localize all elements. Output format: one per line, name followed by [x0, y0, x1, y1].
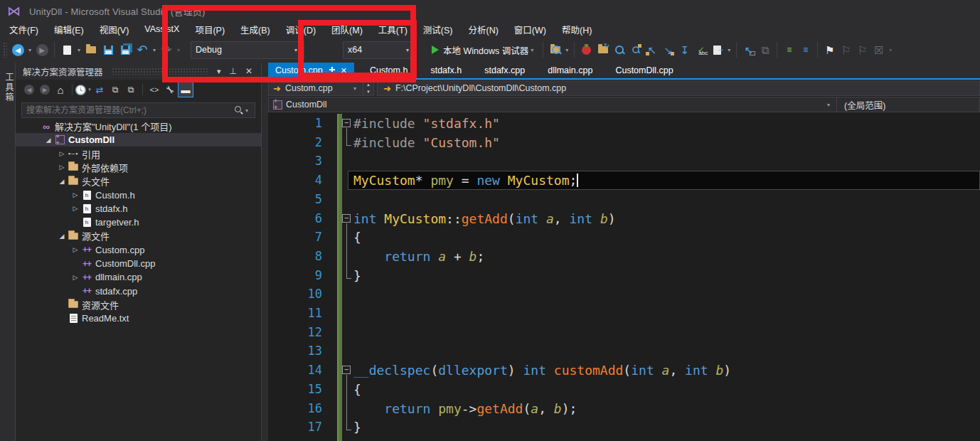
bookmark-dropdown[interactable]: ▾: [887, 47, 894, 53]
menu-item-1[interactable]: 编辑(E): [46, 21, 92, 38]
code-line-5[interactable]: 5: [268, 190, 980, 209]
vassist-dropdown[interactable]: ▾: [725, 47, 733, 53]
tree-item-头文件[interactable]: ◢头文件: [16, 174, 261, 188]
code-line-15[interactable]: 15{: [268, 380, 980, 399]
open-file-button[interactable]: [82, 41, 100, 58]
menu-item-8[interactable]: 工具(T): [371, 21, 415, 38]
new-file-button[interactable]: [58, 41, 75, 58]
solution-explorer-header[interactable]: 解决方案资源管理器 ▾ ⊥ ✕: [16, 63, 261, 80]
explorer-forward-icon[interactable]: ▶: [37, 82, 53, 97]
tree-expander-icon[interactable]: ◢: [43, 137, 53, 144]
menu-item-3[interactable]: VAssistX: [137, 22, 187, 36]
menu-item-6[interactable]: 调试(D): [278, 21, 324, 38]
menu-item-5[interactable]: 生成(B): [233, 21, 278, 38]
toolbar-grip[interactable]: [3, 42, 7, 58]
menu-item-0[interactable]: 文件(F): [1, 21, 46, 38]
tree-expander-icon[interactable]: ▷: [57, 164, 67, 171]
start-debugging-dropdown[interactable]: ▾: [528, 47, 536, 53]
pending-changes-filter-icon[interactable]: 🕓▾: [76, 82, 92, 97]
code-line-11[interactable]: 11: [268, 304, 980, 323]
tab-stdafx.h[interactable]: stdafx.h: [423, 63, 469, 78]
tree-item-targetver.h[interactable]: htargetver.h: [16, 216, 261, 229]
save-button[interactable]: [100, 41, 117, 58]
tree-expander-icon[interactable]: ▷: [70, 191, 80, 198]
tree-item-外部依赖项[interactable]: ▷外部依赖项: [16, 161, 261, 174]
global-scope-select[interactable]: (全局范围): [837, 97, 980, 112]
explorer-home-icon[interactable]: ⌂: [53, 82, 68, 97]
code-line-6[interactable]: 6−int MyCustom::getAdd(int a, int b): [268, 209, 980, 228]
menu-item-11[interactable]: 窗口(W): [506, 21, 554, 38]
fold-collapse-icon[interactable]: −: [342, 214, 351, 223]
navigate-back-dropdown[interactable]: ▾: [26, 47, 33, 53]
find-references-icon[interactable]: [628, 43, 643, 57]
tree-expander-icon[interactable]: ▷: [70, 274, 80, 281]
redo-dropdown[interactable]: ▾: [175, 47, 182, 53]
solution-platform-select[interactable]: x64▾: [343, 41, 416, 59]
start-debugging-button[interactable]: 本地 Windows 调试器 ▾: [432, 43, 536, 57]
code-line-14[interactable]: 14−__declspec(dllexport) int customAdd(i…: [268, 361, 980, 380]
navigate-back-button[interactable]: ◀: [9, 41, 26, 58]
copy-parallel-icon[interactable]: ⧉: [757, 43, 772, 57]
tab-Custom.h[interactable]: Custom.h: [363, 63, 415, 78]
search-icon[interactable]: [233, 105, 243, 115]
code-line-2[interactable]: 2#include "Custom.h": [268, 133, 980, 152]
panel-menu-dropdown[interactable]: ▾: [213, 67, 225, 76]
decrease-indent-icon[interactable]: ≡: [782, 43, 797, 57]
tree-item-源文件[interactable]: ◢源文件: [16, 229, 261, 243]
code-line-4[interactable]: 4MyCustom* pmy = new MyCustom;: [268, 171, 980, 190]
find-dropdown[interactable]: ▾: [563, 47, 570, 53]
tab-Custom.cpp[interactable]: Custom.cpp✕: [268, 63, 354, 78]
tree-item-stdafx.h[interactable]: ▷hstdafx.h: [16, 202, 261, 216]
nav-next-icon[interactable]: ↘: [661, 43, 676, 57]
tab-dllmain.cpp[interactable]: dllmain.cpp: [540, 63, 600, 78]
collapse-all-icon[interactable]: ⧉: [107, 82, 123, 97]
title-bar[interactable]: ⋈ UnityDll - Microsoft Visual Studio (管理…: [0, 0, 980, 21]
select-element-icon[interactable]: ↖: [741, 43, 756, 57]
panel-close-icon[interactable]: ✕: [241, 66, 257, 76]
vassistx-icon[interactable]: [579, 43, 594, 57]
find-symbol-icon[interactable]: [612, 43, 627, 57]
code-line-18[interactable]: 18: [268, 437, 980, 441]
project-scope-select[interactable]: + + CustomDll ▾: [268, 97, 837, 112]
next-bookmark-icon[interactable]: ⚐: [855, 43, 870, 57]
menu-item-2[interactable]: 视图(V): [92, 21, 137, 38]
bookmark-icon[interactable]: ⚑: [822, 43, 837, 57]
code-line-10[interactable]: 10: [268, 285, 980, 304]
toolbox-vertical-tab[interactable]: 工具箱: [3, 73, 15, 102]
menu-item-12[interactable]: 帮助(H): [554, 21, 600, 38]
switch-file-icon[interactable]: →: [710, 43, 725, 57]
explorer-back-icon[interactable]: ◀: [21, 82, 37, 97]
code-editor[interactable]: 1−#include "stdafx.h"2#include "Custom.h…: [268, 114, 980, 441]
code-line-1[interactable]: 1−#include "stdafx.h": [268, 114, 980, 133]
tree-item-资源文件[interactable]: 资源文件: [16, 298, 261, 312]
code-line-17[interactable]: 17}: [268, 418, 980, 437]
document-spinner[interactable]: ▲▼: [363, 80, 374, 96]
properties-copy-icon[interactable]: ⧉: [123, 82, 139, 97]
solution-explorer-search[interactable]: ▾: [21, 102, 255, 118]
code-line-13[interactable]: 13: [268, 341, 980, 361]
previous-bookmark-icon[interactable]: ⚐: [838, 43, 853, 57]
tab-stdafx.cpp[interactable]: stdafx.cpp: [477, 63, 532, 78]
fold-collapse-icon[interactable]: −: [342, 119, 351, 127]
tree-item-CustomDll.cpp[interactable]: ++CustomDll.cpp: [16, 257, 261, 270]
search-input[interactable]: [26, 105, 233, 115]
menu-item-10[interactable]: 分析(N): [461, 21, 506, 38]
tree-item-Custom.cpp[interactable]: ▷++Custom.cpp: [16, 243, 261, 257]
code-line-7[interactable]: 7{: [268, 228, 980, 247]
spell-check-icon[interactable]: ✓abc: [693, 43, 708, 57]
code-line-8[interactable]: 8 return a + b;: [268, 247, 980, 266]
tree-item-Custom.h[interactable]: ▷hCustom.h: [16, 188, 261, 202]
menu-item-9[interactable]: 测试(S): [415, 21, 461, 38]
code-line-9[interactable]: 9}: [268, 266, 980, 285]
code-line-12[interactable]: 12: [268, 323, 980, 342]
panel-pin-icon[interactable]: ⊥: [225, 66, 240, 76]
clear-bookmarks-icon[interactable]: ☒: [871, 43, 886, 57]
undo-button[interactable]: ↶: [134, 41, 151, 58]
tree-item-引用[interactable]: ▷▪–▪引用: [16, 147, 261, 161]
tab-CustomDll.cpp[interactable]: CustomDll.cpp: [608, 63, 680, 78]
tree-expander-icon[interactable]: ▷: [70, 205, 80, 212]
navigate-forward-button[interactable]: ▶: [33, 41, 50, 58]
properties-wrench-icon[interactable]: 🔧︎: [162, 82, 178, 97]
tree-item-解决方案"UnityDll"(1 个项目)[interactable]: ∞解决方案"UnityDll"(1 个项目): [16, 119, 261, 133]
tree-item-stdafx.cpp[interactable]: ++stdafx.cpp: [16, 285, 261, 298]
